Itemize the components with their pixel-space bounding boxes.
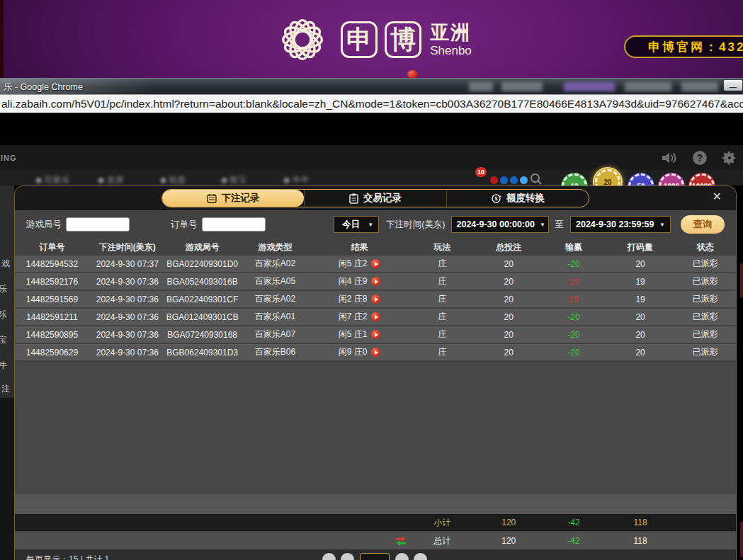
help-icon[interactable]: ? [693, 151, 707, 165]
pagination-bar: 每页显示：15 | 共计 1 [15, 549, 736, 560]
start-time-select[interactable]: 2024-9-30 00:00:00▼ [451, 216, 549, 233]
order-no-label: 订单号 [171, 219, 198, 231]
cell-total-bet: 20 [476, 330, 541, 340]
replay-icon[interactable] [371, 348, 380, 357]
game-round-input[interactable] [66, 217, 130, 232]
official-site-pill[interactable]: 申博官网：432 [624, 35, 743, 58]
column-header: 游戏局号 [166, 241, 239, 253]
replay-icon[interactable] [371, 330, 380, 339]
left-menu-fragment: 骰宝 [0, 334, 7, 346]
cell-win-loss: -20 [541, 330, 606, 340]
column-header: 状态 [674, 241, 736, 253]
cell-result: 闲5 庄1 [311, 328, 407, 341]
subtotal-turnover: 118 [606, 518, 675, 527]
bet-records-modal: 下注记录 交易记录 $ 额度转换 ✕ [14, 185, 737, 560]
cell-play-type: 庄 [408, 275, 477, 287]
table-row: 14482594532 2024-9-30 07:37 BGA022409301… [15, 256, 736, 272]
magnifier-icon[interactable] [530, 173, 543, 185]
cell-order-no: 14482591211 [15, 312, 89, 322]
end-time-select[interactable]: 2024-9-30 23:59:59▼ [570, 216, 671, 233]
column-header: 游戏类型 [239, 241, 312, 253]
tab-transaction-records[interactable]: 交易记录 [304, 190, 446, 207]
cell-turnover: 20 [606, 259, 675, 269]
column-header: 结果 [311, 241, 407, 253]
blurred-game-nav-item: ◆ 牛牛 [283, 174, 310, 186]
replay-icon[interactable] [371, 295, 380, 304]
replay-icon[interactable] [371, 312, 380, 321]
search-button[interactable]: 查询 [681, 215, 725, 234]
cell-total-bet: 20 [476, 259, 541, 269]
clipboard-icon [349, 193, 358, 204]
cell-win-loss: -20 [541, 259, 606, 269]
browser-urlbar[interactable]: ali.zabaih.com/h5V01/pc/index.html?retur… [0, 94, 743, 113]
column-header: 总投注 [476, 241, 541, 253]
cell-order-no: 14482590895 [15, 330, 89, 340]
game-round-label: 游戏局号 [26, 219, 62, 231]
subtotal-bet: 120 [476, 518, 541, 527]
logo-region-text: 亚洲 [430, 23, 472, 42]
modal-header: 下注记录 交易记录 $ 额度转换 ✕ [15, 186, 736, 210]
total-label: 总计 [408, 535, 477, 547]
tab-bet-records[interactable]: 下注记录 [162, 190, 304, 207]
pagination-prev-button[interactable] [341, 553, 354, 560]
order-no-input[interactable] [202, 217, 266, 232]
cell-bet-time: 2024-9-30 07:36 [89, 277, 166, 287]
blurred-menu-item [469, 82, 493, 91]
per-page-text: 每页显示：15 | 共计 1 [26, 554, 109, 560]
cell-play-type: 庄 [408, 293, 477, 305]
blurred-menu-item [501, 82, 543, 91]
brand-fragment: ING [1, 154, 17, 162]
coin-transfer-icon: $ [491, 193, 501, 204]
cell-turnover: 20 [606, 330, 675, 340]
left-menu-fragment: 家乐 [0, 283, 7, 295]
cell-game-round: BGA0524093016B [166, 277, 239, 287]
blurred-game-nav-item: ◆ 骰宝 [221, 174, 247, 186]
refresh-swap-icon[interactable] [395, 536, 407, 547]
gear-icon[interactable] [722, 150, 737, 166]
blurred-menu-item [625, 82, 671, 91]
site-banner: 申 博 亚洲 Shenbo 申博官网：432 [0, 0, 743, 78]
cell-game-round: BGA012409301CB [166, 312, 239, 322]
cell-bet-time: 2024-9-30 07:36 [89, 295, 166, 304]
cell-bet-time: 2024-9-30 07:36 [89, 348, 166, 358]
cell-game-type: 百家乐A02 [239, 293, 312, 305]
minimize-button[interactable]: — [724, 80, 742, 91]
cell-game-round: BGA07240930168 [166, 330, 239, 340]
table-row: 14482590895 2024-9-30 07:36 BGA072409301… [15, 326, 736, 343]
speaker-icon[interactable] [661, 150, 678, 166]
cell-result: 闲4 庄9 [311, 275, 407, 287]
tab-credit-transfer[interactable]: $ 额度转换 [446, 190, 589, 207]
cell-game-type: 百家乐A02 [239, 258, 312, 270]
cell-bet-time: 2024-9-30 07:36 [89, 330, 166, 340]
left-menu-fragment: 注 [1, 383, 10, 395]
pagination-next-button[interactable] [395, 553, 409, 560]
url-text[interactable]: ali.zabaih.com/h5V01/pc/index.html?retur… [0, 98, 743, 110]
replay-icon[interactable] [371, 277, 380, 286]
cell-status: 已派彩 [674, 311, 736, 323]
cell-turnover: 20 [606, 312, 675, 322]
column-header: 玩法 [408, 241, 477, 253]
total-row: 总计 120 -42 118 [15, 532, 736, 549]
pagination-last-button[interactable] [414, 553, 427, 560]
left-menu-fragment: 牛牛 [0, 360, 7, 372]
cell-game-round: BGB062409301D3 [166, 348, 239, 358]
mini-chip-dot [490, 176, 498, 184]
flower-logo-icon [271, 8, 334, 71]
pagination-first-button[interactable] [322, 553, 336, 560]
close-icon[interactable]: ✕ [713, 191, 722, 202]
date-range-select[interactable]: 今日▼ [334, 216, 379, 233]
cell-order-no: 14482592176 [15, 277, 89, 287]
subtotal-row: 小计 120 -42 118 [15, 514, 736, 531]
blurred-game-nav-item: ◆ 龙虎 [98, 174, 124, 186]
subtotal-winloss: -42 [541, 518, 606, 527]
blurred-menu-item [564, 82, 615, 91]
cell-game-type: 百家乐A05 [239, 275, 312, 287]
cell-game-type: 百家乐A07 [239, 328, 312, 341]
replay-icon[interactable] [371, 259, 380, 268]
left-menu-fragment: 戏 [1, 258, 10, 270]
cell-win-loss: -20 [541, 348, 606, 358]
blurred-game-nav-item: ◆ 百家乐 [35, 174, 70, 186]
pagination-page-box[interactable] [360, 553, 390, 560]
cell-play-type: 庄 [408, 328, 477, 341]
subtotal-label: 小计 [408, 517, 477, 529]
